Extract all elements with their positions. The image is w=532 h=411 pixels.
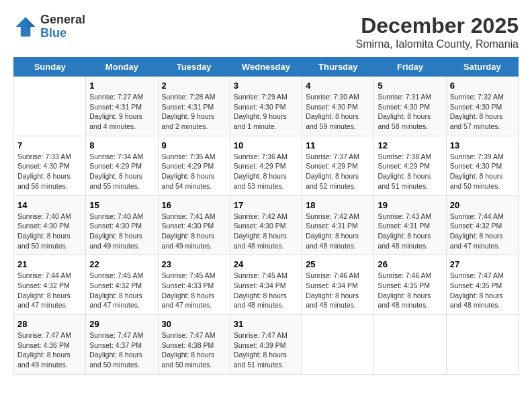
cell-content: Sunrise: 7:37 AMSunset: 4:29 PMDaylight:… xyxy=(306,152,370,191)
calendar-cell: 29Sunrise: 7:47 AMSunset: 4:37 PMDayligh… xyxy=(86,315,158,375)
day-number: 30 xyxy=(162,319,226,329)
cell-content: Sunrise: 7:40 AMSunset: 4:30 PMDaylight:… xyxy=(89,212,154,251)
weekday-header: Tuesday xyxy=(158,58,230,77)
calendar-cell xyxy=(14,77,86,136)
calendar-body: 1Sunrise: 7:27 AMSunset: 4:31 PMDaylight… xyxy=(14,77,519,375)
calendar-cell xyxy=(446,315,518,375)
day-number: 26 xyxy=(378,259,442,269)
calendar-cell: 3Sunrise: 7:29 AMSunset: 4:30 PMDaylight… xyxy=(230,77,302,136)
weekday-header: Monday xyxy=(86,58,158,77)
calendar-cell: 24Sunrise: 7:45 AMSunset: 4:34 PMDayligh… xyxy=(230,255,302,315)
cell-content: Sunrise: 7:40 AMSunset: 4:30 PMDaylight:… xyxy=(17,212,82,251)
day-number: 16 xyxy=(162,200,226,210)
calendar-cell: 5Sunrise: 7:31 AMSunset: 4:30 PMDaylight… xyxy=(374,77,446,136)
calendar-cell: 10Sunrise: 7:36 AMSunset: 4:29 PMDayligh… xyxy=(230,136,302,195)
cell-content: Sunrise: 7:47 AMSunset: 4:39 PMDaylight:… xyxy=(234,330,298,370)
day-number: 27 xyxy=(450,259,515,269)
weekday-header-row: SundayMondayTuesdayWednesdayThursdayFrid… xyxy=(14,58,519,77)
day-number: 15 xyxy=(89,200,154,210)
cell-content: Sunrise: 7:45 AMSunset: 4:32 PMDaylight:… xyxy=(89,271,154,310)
calendar-cell: 21Sunrise: 7:44 AMSunset: 4:32 PMDayligh… xyxy=(14,255,86,315)
calendar-cell: 15Sunrise: 7:40 AMSunset: 4:30 PMDayligh… xyxy=(86,195,158,255)
cell-content: Sunrise: 7:44 AMSunset: 4:32 PMDaylight:… xyxy=(17,271,82,310)
calendar-cell: 31Sunrise: 7:47 AMSunset: 4:39 PMDayligh… xyxy=(230,315,302,375)
calendar-cell: 26Sunrise: 7:46 AMSunset: 4:35 PMDayligh… xyxy=(374,255,446,315)
logo-blue: Blue xyxy=(40,26,66,40)
cell-content: Sunrise: 7:46 AMSunset: 4:34 PMDaylight:… xyxy=(306,271,370,310)
calendar-cell: 27Sunrise: 7:47 AMSunset: 4:35 PMDayligh… xyxy=(446,255,518,315)
day-number: 20 xyxy=(450,200,515,210)
calendar-table: SundayMondayTuesdayWednesdayThursdayFrid… xyxy=(13,57,519,375)
calendar-header: SundayMondayTuesdayWednesdayThursdayFrid… xyxy=(14,58,519,77)
day-number: 11 xyxy=(306,140,370,150)
calendar-cell: 2Sunrise: 7:28 AMSunset: 4:31 PMDaylight… xyxy=(158,77,230,136)
day-number: 3 xyxy=(234,81,298,91)
calendar-cell: 23Sunrise: 7:45 AMSunset: 4:33 PMDayligh… xyxy=(158,255,230,315)
weekday-header: Wednesday xyxy=(230,58,302,77)
cell-content: Sunrise: 7:42 AMSunset: 4:30 PMDaylight:… xyxy=(234,212,298,251)
calendar-cell: 14Sunrise: 7:40 AMSunset: 4:30 PMDayligh… xyxy=(14,195,86,255)
cell-content: Sunrise: 7:30 AMSunset: 4:30 PMDaylight:… xyxy=(306,92,370,132)
cell-content: Sunrise: 7:43 AMSunset: 4:31 PMDaylight:… xyxy=(378,212,442,251)
logo: General Blue xyxy=(13,13,85,40)
day-number: 10 xyxy=(234,140,298,150)
logo-icon xyxy=(13,15,38,39)
day-number: 1 xyxy=(89,81,154,91)
calendar-cell xyxy=(374,315,446,375)
day-number: 12 xyxy=(378,140,442,150)
day-number: 6 xyxy=(450,81,515,91)
weekday-header: Sunday xyxy=(14,58,86,77)
calendar-cell: 30Sunrise: 7:47 AMSunset: 4:38 PMDayligh… xyxy=(158,315,230,375)
cell-content: Sunrise: 7:39 AMSunset: 4:30 PMDaylight:… xyxy=(450,152,515,191)
cell-content: Sunrise: 7:44 AMSunset: 4:32 PMDaylight:… xyxy=(450,212,515,251)
day-number: 23 xyxy=(162,259,226,269)
calendar-cell: 6Sunrise: 7:32 AMSunset: 4:30 PMDaylight… xyxy=(446,77,518,136)
day-number: 28 xyxy=(17,319,82,329)
day-number: 7 xyxy=(17,140,82,150)
logo-general: General xyxy=(40,13,85,26)
subtitle: Smirna, Ialomita County, Romania xyxy=(356,38,519,50)
calendar-cell: 25Sunrise: 7:46 AMSunset: 4:34 PMDayligh… xyxy=(302,255,374,315)
day-number: 14 xyxy=(17,200,82,210)
cell-content: Sunrise: 7:46 AMSunset: 4:35 PMDaylight:… xyxy=(378,271,442,310)
calendar-cell: 16Sunrise: 7:41 AMSunset: 4:30 PMDayligh… xyxy=(158,195,230,255)
cell-content: Sunrise: 7:34 AMSunset: 4:29 PMDaylight:… xyxy=(89,152,154,191)
page-header: General Blue December 2025 Smirna, Ialom… xyxy=(13,13,519,50)
day-number: 21 xyxy=(17,259,82,269)
calendar-cell: 8Sunrise: 7:34 AMSunset: 4:29 PMDaylight… xyxy=(86,136,158,195)
cell-content: Sunrise: 7:35 AMSunset: 4:29 PMDaylight:… xyxy=(162,152,226,191)
weekday-header: Saturday xyxy=(446,58,518,77)
cell-content: Sunrise: 7:47 AMSunset: 4:37 PMDaylight:… xyxy=(89,330,154,370)
calendar-cell: 4Sunrise: 7:30 AMSunset: 4:30 PMDaylight… xyxy=(302,77,374,136)
calendar-week-row: 7Sunrise: 7:33 AMSunset: 4:30 PMDaylight… xyxy=(14,136,519,195)
calendar-cell: 18Sunrise: 7:42 AMSunset: 4:31 PMDayligh… xyxy=(302,195,374,255)
cell-content: Sunrise: 7:45 AMSunset: 4:33 PMDaylight:… xyxy=(162,271,226,310)
cell-content: Sunrise: 7:42 AMSunset: 4:31 PMDaylight:… xyxy=(306,212,370,251)
calendar-cell xyxy=(302,315,374,375)
cell-content: Sunrise: 7:47 AMSunset: 4:36 PMDaylight:… xyxy=(17,330,82,370)
cell-content: Sunrise: 7:32 AMSunset: 4:30 PMDaylight:… xyxy=(450,92,515,132)
weekday-header: Thursday xyxy=(302,58,374,77)
cell-content: Sunrise: 7:27 AMSunset: 4:31 PMDaylight:… xyxy=(89,92,154,132)
day-number: 19 xyxy=(378,200,442,210)
day-number: 24 xyxy=(234,259,298,269)
main-title: December 2025 xyxy=(356,13,519,38)
calendar-cell: 9Sunrise: 7:35 AMSunset: 4:29 PMDaylight… xyxy=(158,136,230,195)
calendar-cell: 22Sunrise: 7:45 AMSunset: 4:32 PMDayligh… xyxy=(86,255,158,315)
cell-content: Sunrise: 7:36 AMSunset: 4:29 PMDaylight:… xyxy=(234,152,298,191)
cell-content: Sunrise: 7:41 AMSunset: 4:30 PMDaylight:… xyxy=(162,212,226,251)
day-number: 29 xyxy=(89,319,154,329)
calendar-cell: 19Sunrise: 7:43 AMSunset: 4:31 PMDayligh… xyxy=(374,195,446,255)
calendar-cell: 11Sunrise: 7:37 AMSunset: 4:29 PMDayligh… xyxy=(302,136,374,195)
day-number: 25 xyxy=(306,259,370,269)
day-number: 9 xyxy=(162,140,226,150)
weekday-header: Friday xyxy=(374,58,446,77)
calendar-cell: 17Sunrise: 7:42 AMSunset: 4:30 PMDayligh… xyxy=(230,195,302,255)
title-block: December 2025 Smirna, Ialomita County, R… xyxy=(356,13,519,50)
calendar-cell: 20Sunrise: 7:44 AMSunset: 4:32 PMDayligh… xyxy=(446,195,518,255)
calendar-week-row: 21Sunrise: 7:44 AMSunset: 4:32 PMDayligh… xyxy=(14,255,519,315)
cell-content: Sunrise: 7:38 AMSunset: 4:29 PMDaylight:… xyxy=(378,152,442,191)
day-number: 17 xyxy=(234,200,298,210)
day-number: 22 xyxy=(89,259,154,269)
cell-content: Sunrise: 7:29 AMSunset: 4:30 PMDaylight:… xyxy=(234,92,298,132)
